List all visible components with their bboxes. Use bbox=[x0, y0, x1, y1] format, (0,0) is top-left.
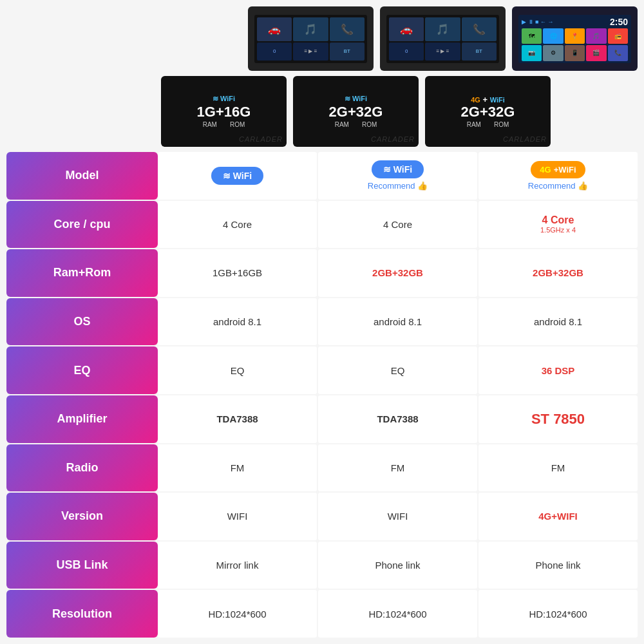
label-radio: Radio bbox=[6, 444, 158, 492]
ram-label-1: RAM bbox=[203, 121, 217, 128]
product-image-2: 🚗 🎵 📞 0 ≡ ▶ ≡ BT bbox=[380, 6, 506, 71]
labels-column: Model Core / cpu Ram+Rom OS EQ Amplifier… bbox=[6, 152, 158, 638]
label-core: Core / cpu bbox=[6, 201, 158, 249]
label-ramrom: Ram+Rom bbox=[6, 249, 158, 297]
cell-1-eq: EQ bbox=[158, 346, 317, 394]
cell-1-usblink: Mirror link bbox=[158, 542, 317, 589]
ram-rom-3: RAM ROM bbox=[467, 121, 509, 128]
rom-label-3: ROM bbox=[494, 121, 509, 128]
data-columns: ≋ WiFi 4 Core 1GB+16GB android 8.1 bbox=[158, 152, 638, 638]
ram-label-3: RAM bbox=[467, 121, 481, 128]
rom-label-1: ROM bbox=[230, 121, 245, 128]
cell-1-os: android 8.1 bbox=[158, 298, 317, 346]
cell-1-version: WIFI bbox=[158, 493, 317, 540]
watermark-1: CARLADER bbox=[239, 135, 283, 143]
recommend-2: Recommend 👍 bbox=[368, 181, 428, 191]
label-version: Version bbox=[6, 493, 158, 540]
cell-3-core: 4 Core 1.5GHz x 4 bbox=[478, 201, 638, 249]
label-amplifier: Amplifier bbox=[6, 395, 158, 443]
data-col-3: 4G +WiFi Recommend 👍 4 Core 1.5GHz x 4 2… bbox=[478, 152, 638, 638]
wifi-icon-2: ≋ bbox=[383, 164, 391, 175]
wifi-button-2: ≋ WiFi bbox=[372, 160, 424, 178]
banner-card-3: 4G + WiFi 2G+32G RAM ROM CARLADER bbox=[425, 76, 551, 147]
4g-icon: 4G bbox=[540, 165, 551, 175]
cell-2-version: WIFI bbox=[318, 493, 477, 540]
mem-1: 1G+16G bbox=[197, 104, 251, 120]
mem-3: 2G+32G bbox=[461, 104, 515, 120]
cell-1-resolution: HD:1024*600 bbox=[158, 590, 317, 638]
fourgwifi-badge: 4G + WiFi bbox=[471, 95, 505, 104]
cell-1-model: ≋ WiFi bbox=[158, 152, 317, 200]
cell-3-amplifier: ST 7850 bbox=[478, 395, 638, 443]
wifi-badge-1: ≋ WiFi bbox=[213, 95, 235, 103]
banner-card-1: ≋ WiFi 1G+16G RAM ROM CARLADER bbox=[161, 76, 287, 147]
product-image-3: ▶ ⏸ ■ ← → 2:50 🗺 🌐 📍 🎵 📻 📷 ⚙ 📱 🎬 📞 bbox=[512, 6, 638, 71]
wifi-icon-1: ≋ bbox=[223, 171, 231, 181]
cell-2-radio: FM bbox=[318, 444, 477, 492]
watermark-3: CARLADER bbox=[503, 135, 547, 143]
cell-2-amplifier: TDA7388 bbox=[318, 395, 477, 443]
cell-2-usblink: Phone link bbox=[318, 542, 477, 589]
data-col-2: ≋ WiFi Recommend 👍 4 Core 2GB+32GB bbox=[318, 152, 477, 638]
cell-3-os: android 8.1 bbox=[478, 298, 638, 346]
ram-label-2: RAM bbox=[335, 121, 349, 128]
cell-2-model: ≋ WiFi Recommend 👍 bbox=[318, 152, 477, 200]
cell-3-resolution: HD:1024*600 bbox=[478, 590, 638, 638]
mem-2: 2G+32G bbox=[329, 104, 383, 120]
cell-2-resolution: HD:1024*600 bbox=[318, 590, 477, 638]
wifi-badge-2: ≋ WiFi bbox=[345, 95, 367, 103]
product-image-1: 🚗 🎵 📞 0 ≡ ▶ ≡ BT bbox=[248, 6, 374, 71]
comparison-table: Model Core / cpu Ram+Rom OS EQ Amplifier… bbox=[6, 152, 638, 638]
fourgwifi-button: 4G +WiFi bbox=[531, 161, 585, 178]
cell-2-eq: EQ bbox=[318, 346, 477, 394]
cell-1-core: 4 Core bbox=[158, 201, 317, 249]
rom-label-2: ROM bbox=[362, 121, 377, 128]
cell-3-radio: FM bbox=[478, 444, 638, 492]
label-os: OS bbox=[6, 298, 158, 346]
banner-row: ≋ WiFi 1G+16G RAM ROM CARLADER ≋ WiFi 2G… bbox=[6, 76, 638, 147]
cell-1-amplifier: TDA7388 bbox=[158, 395, 317, 443]
cell-2-os: android 8.1 bbox=[318, 298, 477, 346]
cell-1-radio: FM bbox=[158, 444, 317, 492]
cell-3-eq: 36 DSP bbox=[478, 346, 638, 394]
recommend-3: Recommend 👍 bbox=[528, 181, 588, 191]
cell-3-ramrom: 2GB+32GB bbox=[478, 249, 638, 297]
label-model: Model bbox=[6, 152, 158, 200]
cell-2-ramrom: 2GB+32GB bbox=[318, 249, 477, 297]
cell-2-core: 4 Core bbox=[318, 201, 477, 249]
cell-3-version: 4G+WIFI bbox=[478, 493, 638, 540]
cell-3-model: 4G +WiFi Recommend 👍 bbox=[478, 152, 638, 200]
label-eq: EQ bbox=[6, 346, 158, 394]
cell-1-ramrom: 1GB+16GB bbox=[158, 249, 317, 297]
cell-3-usblink: Phone link bbox=[478, 542, 638, 589]
label-usblink: USB Link bbox=[6, 542, 158, 589]
ram-rom-2: RAM ROM bbox=[335, 121, 377, 128]
wifi-button-1: ≋ WiFi bbox=[211, 167, 263, 185]
product-images-row: 🚗 🎵 📞 0 ≡ ▶ ≡ BT 🚗 🎵 📞 0 ≡ ▶ ≡ BT bbox=[6, 6, 638, 71]
banner-card-2: ≋ WiFi 2G+32G RAM ROM CARLADER bbox=[293, 76, 419, 147]
page-container: 🚗 🎵 📞 0 ≡ ▶ ≡ BT 🚗 🎵 📞 0 ≡ ▶ ≡ BT bbox=[0, 0, 644, 644]
watermark-2: CARLADER bbox=[371, 135, 415, 143]
label-resolution: Resolution bbox=[6, 590, 158, 638]
ram-rom-1: RAM ROM bbox=[203, 121, 245, 128]
data-col-1: ≋ WiFi 4 Core 1GB+16GB android 8.1 bbox=[158, 152, 317, 638]
